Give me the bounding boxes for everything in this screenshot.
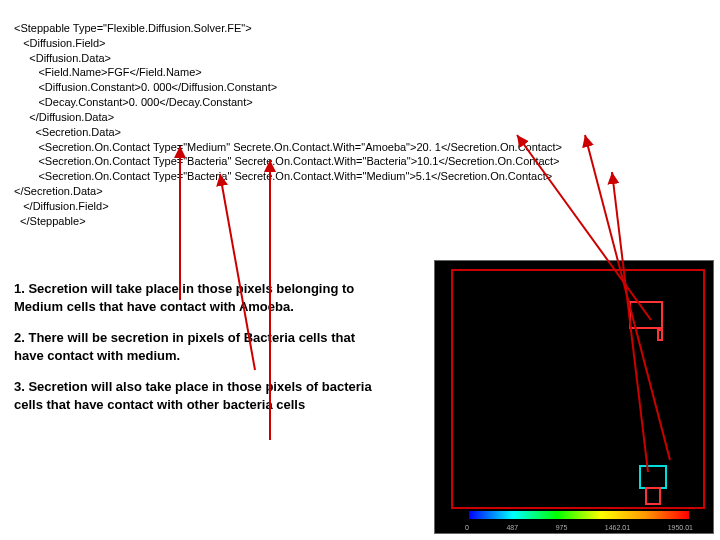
bacteria-cell-shape [645,487,661,505]
code-line: </Secretion.Data> [14,185,103,197]
code-line: </Steppable> [14,215,86,227]
code-line: <Steppable Type="Flexible.Diffusion.Solv… [14,22,252,34]
color-scale-ticks: 0 487 975 1462.01 1950.01 [465,524,693,531]
color-scale-bar [469,511,689,519]
amoeba-cell-shape [629,301,663,329]
simulation-grid [451,269,705,509]
code-line: </Diffusion.Data> [14,111,114,123]
code-line: <Decay.Constant>0. 000</Decay.Constant> [14,96,253,108]
code-line: <Secretion.On.Contact Type="Bacteria" Se… [14,155,560,167]
amoeba-tail-shape [657,329,663,341]
explanation-item: 1. Secretion will take place in those pi… [14,280,374,315]
code-line: <Field.Name>FGF</Field.Name> [14,66,202,78]
code-line: <Diffusion.Constant>0. 000</Diffusion.Co… [14,81,277,93]
code-line: </Diffusion.Field> [14,200,109,212]
xml-code-block: <Steppable Type="Flexible.Diffusion.Solv… [14,6,562,229]
tick-label: 1462.01 [605,524,630,531]
explanation-list: 1. Secretion will take place in those pi… [14,280,374,427]
tick-label: 487 [506,524,518,531]
code-line: <Secretion.On.Contact Type="Bacteria" Se… [14,170,552,182]
tick-label: 1950.01 [668,524,693,531]
code-line: <Diffusion.Field> [14,37,106,49]
code-line: <Diffusion.Data> [14,52,111,64]
tick-label: 0 [465,524,469,531]
simulation-viewport: 0 487 975 1462.01 1950.01 [434,260,714,534]
tick-label: 975 [556,524,568,531]
bacteria-cell-shape [639,465,667,489]
explanation-item: 3. Secretion will also take place in tho… [14,378,374,413]
code-line: <Secretion.Data> [14,126,121,138]
explanation-item: 2. There will be secretion in pixels of … [14,329,374,364]
code-line: <Secretion.On.Contact Type="Medium" Secr… [14,141,562,153]
